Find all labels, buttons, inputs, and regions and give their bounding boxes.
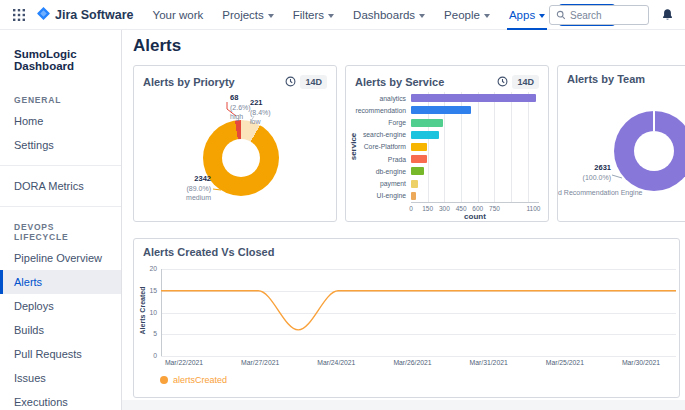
bar-category-label: Core-Platform xyxy=(364,143,406,150)
nav-your-work[interactable]: Your work xyxy=(153,0,204,30)
time-range-control[interactable]: 14D xyxy=(497,73,539,91)
nav-projects[interactable]: Projects xyxy=(222,0,274,30)
y-axis-title: Alerts Created xyxy=(139,286,146,336)
bar-category-label: UI-engine xyxy=(377,192,406,199)
bar-UI-engine xyxy=(411,192,416,200)
chevron-down-icon xyxy=(328,14,334,18)
x-axis-title: count xyxy=(411,212,539,221)
slice-label-low: 221 (8.4%) low xyxy=(250,98,271,126)
gridline xyxy=(161,291,676,292)
sidebar-item-settings[interactable]: Settings xyxy=(0,133,121,157)
x-tick-label: 150 xyxy=(422,205,433,212)
bar-category-label: db-engine xyxy=(376,168,406,175)
slice-label-high: 68 (2.6%) high xyxy=(230,93,251,121)
bar-search-engine xyxy=(411,131,439,139)
sidebar-item-pull-requests[interactable]: Pull Requests xyxy=(0,342,121,366)
bar-Prada xyxy=(411,155,427,163)
x-tick-label: 0 xyxy=(409,205,413,212)
sidebar-divider xyxy=(0,206,121,207)
card-alerts-by-priority: Alerts by Prioryty 14D 68 (2.6%) high 22 xyxy=(133,65,337,222)
bar-category-label: Prada xyxy=(388,156,406,163)
chevron-down-icon xyxy=(539,14,545,18)
search-box[interactable] xyxy=(549,5,649,25)
clock-icon xyxy=(497,73,508,91)
chevron-down-icon xyxy=(268,14,274,18)
card-title: Alerts by Team xyxy=(567,73,645,85)
time-range-badge: 14D xyxy=(300,75,327,89)
x-tick-label: Mar/25/2021 xyxy=(533,359,597,366)
bar-Forge xyxy=(411,119,443,127)
slice-label-medium: 2342 (89.0%) medium xyxy=(174,174,211,202)
sidebar-item-executions[interactable]: Executions xyxy=(0,390,121,410)
gridline xyxy=(161,356,676,357)
nav-filters[interactable]: Filters xyxy=(293,0,334,30)
card-alerts-by-service: Alerts by Service 14D analyticsrecommend… xyxy=(345,65,549,222)
sidebar-section-general: GENERAL xyxy=(0,88,121,109)
x-tick-label: Mar/31/2021 xyxy=(457,359,521,366)
y-tick-label: 20 xyxy=(134,265,157,272)
sidebar-item-builds[interactable]: Builds xyxy=(0,318,121,342)
app-switcher-icon[interactable] xyxy=(10,6,28,24)
y-tick-label: 15 xyxy=(134,287,157,294)
x-tick-label: 1100 xyxy=(526,205,540,212)
jira-logo[interactable]: Jira Software xyxy=(37,6,134,24)
legend-dot xyxy=(160,376,168,384)
bar-analytics xyxy=(411,94,536,102)
sidebar-section-devops-lifecycle: DEVOPS LIFECYCLE xyxy=(0,215,121,246)
time-range-control[interactable]: 14D xyxy=(285,73,327,91)
bar-payment xyxy=(411,180,418,188)
donut-hole xyxy=(634,131,674,171)
y-tick-label: 5 xyxy=(134,330,157,337)
bar-recommendation xyxy=(411,106,471,114)
nav-people[interactable]: People xyxy=(444,0,490,30)
time-range-badge: 14D xyxy=(512,75,539,89)
service-bar-chart xyxy=(411,92,539,202)
gridline xyxy=(161,313,676,314)
app-title: Jira Software xyxy=(55,8,134,22)
y-axis-line xyxy=(161,269,162,356)
bar-category-label: Forge xyxy=(388,119,406,126)
search-icon xyxy=(556,6,566,24)
x-tick-label: Mar/24/2021 xyxy=(304,359,368,366)
card-alerts-created-vs-closed: Alerts Created Vs Closed 05101520 Alerts… xyxy=(133,238,680,398)
x-tick-label: 300 xyxy=(439,205,450,212)
nav-dashboards[interactable]: Dashboards xyxy=(353,0,425,30)
bar-category-label: analytics xyxy=(380,95,406,102)
sidebar-item-dora-metrics[interactable]: DORA Metrics xyxy=(0,174,121,198)
card-title: Alerts by Service xyxy=(355,76,444,88)
slice-label-team-name: d Recommendation Engine xyxy=(558,188,668,197)
x-tick-label: Mar/30/2021 xyxy=(609,359,673,366)
x-tick-label: 450 xyxy=(456,205,467,212)
nav-apps[interactable]: Apps xyxy=(509,0,545,30)
x-axis-line xyxy=(411,202,539,203)
sidebar-item-home[interactable]: Home xyxy=(0,109,121,133)
main-content: Alerts Alerts by Prioryty 14D 68 (2.6%) xyxy=(122,30,685,410)
y-axis-title: service xyxy=(349,123,358,171)
x-tick-label: Mar/26/2021 xyxy=(381,359,445,366)
bar-category-label: search-engine xyxy=(363,131,406,138)
donut-hole xyxy=(222,139,260,177)
sidebar-divider xyxy=(0,165,121,166)
sidebar-item-deploys[interactable]: Deploys xyxy=(0,294,121,318)
clock-icon xyxy=(285,73,296,91)
chevron-down-icon xyxy=(484,14,490,18)
y-tick-label: 10 xyxy=(134,309,157,316)
slice-label-team: 2631 (100.0%) xyxy=(566,163,611,182)
sidebar-item-pipeline-overview[interactable]: Pipeline Overview xyxy=(0,246,121,270)
x-tick-label: 750 xyxy=(489,205,500,212)
top-navigation-bar: Jira Software Your work Projects Filters… xyxy=(0,0,685,30)
search-input[interactable] xyxy=(570,10,642,21)
x-tick-label: 600 xyxy=(472,205,483,212)
card-alerts-by-team: Alerts by Team 2631 (100.0%) d Recommend… xyxy=(557,65,685,222)
gridline xyxy=(161,269,676,270)
x-tick-label: Mar/27/2021 xyxy=(228,359,292,366)
notifications-bell-icon[interactable] xyxy=(661,7,674,25)
bar-category-label: payment xyxy=(380,180,406,187)
gridline xyxy=(161,334,676,335)
sidebar-item-issues[interactable]: Issues xyxy=(0,366,121,390)
sidebar-title: SumoLogic Dashboard xyxy=(0,48,121,72)
chart-legend: alertsCreated xyxy=(160,375,227,385)
bar-category-label: recommendation xyxy=(355,107,406,114)
sidebar-item-alerts[interactable]: Alerts xyxy=(0,270,121,294)
x-tick-label: Mar/22/2021 xyxy=(152,359,216,366)
